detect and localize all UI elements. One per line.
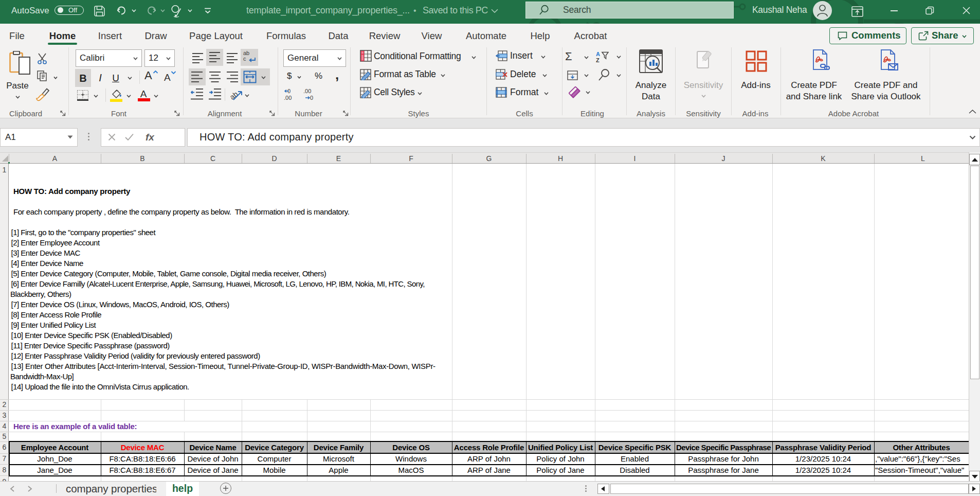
- svg-text:0: 0: [310, 95, 313, 101]
- svg-text:.00: .00: [303, 88, 311, 94]
- svg-text:.00: .00: [284, 95, 292, 101]
- svg-text:Z: Z: [596, 57, 600, 63]
- svg-text:A: A: [596, 51, 600, 57]
